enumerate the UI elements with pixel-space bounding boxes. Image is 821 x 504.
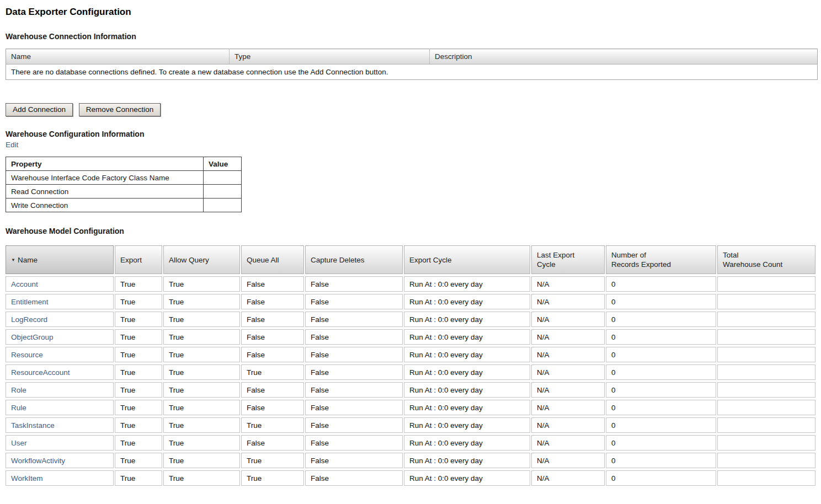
model-cell-records-exported: 0: [606, 276, 716, 292]
model-cell-name: Rule: [6, 400, 114, 415]
connection-table: Name Type Description There are no datab…: [6, 49, 818, 80]
model-cell-export: True: [115, 453, 162, 468]
model-name-link[interactable]: WorkflowActivity: [11, 457, 65, 465]
model-cell-export: True: [115, 400, 162, 415]
config-row: Read Connection: [6, 185, 242, 199]
model-cell-last-export-cycle: N/A: [531, 329, 605, 345]
model-cell-last-export-cycle: N/A: [531, 312, 605, 327]
model-cell-name: Role: [6, 382, 114, 398]
model-cell-last-export-cycle: N/A: [531, 400, 605, 415]
model-name-link[interactable]: ResourceAccount: [11, 368, 70, 377]
model-cell-queue-all: False: [241, 400, 304, 415]
model-name-link[interactable]: Rule: [11, 404, 26, 412]
model-name-link[interactable]: Resource: [11, 351, 43, 359]
model-cell-records-exported: 0: [606, 453, 716, 468]
model-cell-capture-deletes: False: [305, 453, 403, 468]
model-col-capture-deletes[interactable]: Capture Deletes: [305, 245, 403, 274]
model-col-last-export-cycle[interactable]: Last ExportCycle: [531, 245, 605, 274]
model-cell-allow-query: True: [163, 294, 240, 309]
config-property-cell: Warehouse Interface Code Factory Class N…: [6, 171, 204, 185]
model-cell-export-cycle: Run At : 0:0 every day: [404, 382, 530, 398]
config-table: Property Value Warehouse Interface Code …: [6, 157, 242, 212]
model-cell-total-warehouse-count: [717, 312, 815, 327]
model-table-row: ResourceAccountTrueTrueTrueFalseRun At :…: [6, 364, 815, 380]
connection-button-row: Add Connection Remove Connection: [6, 103, 817, 116]
model-col-records-exported[interactable]: Number ofRecords Exported: [606, 245, 716, 274]
model-cell-export-cycle: Run At : 0:0 every day: [404, 329, 530, 345]
model-name-link[interactable]: LogRecord: [11, 315, 47, 324]
model-cell-queue-all: False: [241, 329, 304, 345]
connection-empty-row: There are no database connections define…: [6, 65, 818, 80]
model-cell-last-export-cycle: N/A: [531, 453, 605, 468]
config-value-cell: [204, 199, 242, 212]
remove-connection-button[interactable]: Remove Connection: [79, 103, 161, 116]
model-cell-records-exported: 0: [606, 329, 716, 345]
model-name-link[interactable]: Entitlement: [11, 298, 49, 306]
model-table-row: RuleTrueTrueFalseFalseRun At : 0:0 every…: [6, 400, 815, 415]
connection-col-type: Type: [230, 49, 430, 65]
config-property-cell: Read Connection: [6, 185, 204, 199]
model-name-link[interactable]: ObjectGroup: [11, 333, 54, 341]
model-cell-export: True: [115, 294, 162, 309]
model-cell-export: True: [115, 312, 162, 327]
model-cell-records-exported: 0: [606, 294, 716, 309]
add-connection-button[interactable]: Add Connection: [6, 103, 73, 116]
model-cell-capture-deletes: False: [305, 347, 403, 362]
model-cell-total-warehouse-count: [717, 382, 815, 398]
model-name-link[interactable]: WorkItem: [11, 474, 43, 482]
model-name-link[interactable]: Role: [11, 386, 26, 394]
model-cell-total-warehouse-count: [717, 347, 815, 362]
model-cell-records-exported: 0: [606, 417, 716, 433]
model-cell-records-exported: 0: [606, 347, 716, 362]
model-cell-last-export-cycle: N/A: [531, 294, 605, 309]
model-name-link[interactable]: Account: [11, 280, 38, 288]
model-cell-capture-deletes: False: [305, 312, 403, 327]
model-cell-name: ObjectGroup: [6, 329, 114, 345]
model-cell-allow-query: True: [163, 364, 240, 380]
model-cell-allow-query: True: [163, 453, 240, 468]
model-table-row: WorkflowActivityTrueTrueTrueFalseRun At …: [6, 453, 815, 468]
model-cell-queue-all: True: [241, 364, 304, 380]
model-cell-records-exported: 0: [606, 470, 716, 486]
model-col-export-cycle[interactable]: Export Cycle: [404, 245, 530, 274]
page-title: Data Exporter Configuration: [6, 7, 817, 18]
model-cell-records-exported: 0: [606, 435, 716, 451]
model-name-link[interactable]: TaskInstance: [11, 421, 55, 430]
model-cell-capture-deletes: False: [305, 276, 403, 292]
connection-col-description: Description: [430, 49, 818, 65]
model-cell-allow-query: True: [163, 312, 240, 327]
model-cell-export: True: [115, 329, 162, 345]
model-table: ▼Name Export Allow Query Queue All Captu…: [4, 243, 817, 488]
config-value-cell: [204, 185, 242, 199]
model-cell-export: True: [115, 417, 162, 433]
model-cell-export-cycle: Run At : 0:0 every day: [404, 435, 530, 451]
config-col-value: Value: [204, 157, 242, 171]
model-cell-total-warehouse-count: [717, 329, 815, 345]
model-cell-records-exported: 0: [606, 400, 716, 415]
model-cell-allow-query: True: [163, 276, 240, 292]
model-col-name[interactable]: ▼Name: [6, 245, 114, 274]
model-cell-name: Entitlement: [6, 294, 114, 309]
edit-link[interactable]: Edit: [6, 141, 18, 149]
config-row: Write Connection: [6, 199, 242, 212]
model-cell-export-cycle: Run At : 0:0 every day: [404, 312, 530, 327]
model-cell-queue-all: False: [241, 276, 304, 292]
model-cell-allow-query: True: [163, 382, 240, 398]
connection-header-row: Name Type Description: [6, 49, 818, 65]
model-table-row: AccountTrueTrueFalseFalseRun At : 0:0 ev…: [6, 276, 815, 292]
model-col-allow-query[interactable]: Allow Query: [163, 245, 240, 274]
model-cell-total-warehouse-count: [717, 294, 815, 309]
model-cell-capture-deletes: False: [305, 382, 403, 398]
model-name-link[interactable]: User: [11, 439, 27, 447]
model-col-queue-all[interactable]: Queue All: [241, 245, 304, 274]
model-cell-export-cycle: Run At : 0:0 every day: [404, 364, 530, 380]
model-col-export[interactable]: Export: [115, 245, 162, 274]
model-cell-queue-all: True: [241, 470, 304, 486]
model-cell-last-export-cycle: N/A: [531, 435, 605, 451]
config-value-cell: [204, 171, 242, 185]
model-cell-total-warehouse-count: [717, 276, 815, 292]
model-cell-name: User: [6, 435, 114, 451]
model-cell-capture-deletes: False: [305, 294, 403, 309]
model-cell-export: True: [115, 470, 162, 486]
model-col-total-warehouse-count[interactable]: TotalWarehouse Count: [717, 245, 815, 274]
